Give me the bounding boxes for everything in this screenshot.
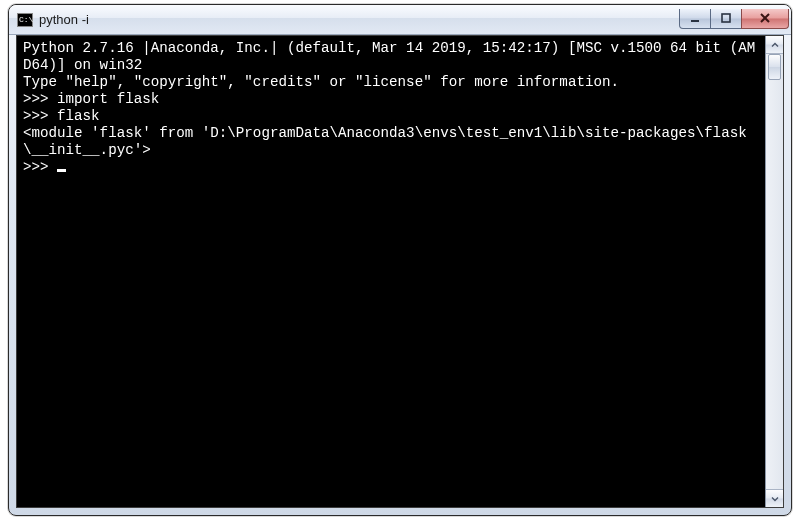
terminal-line: Type "help", "copyright", "credits" or "…: [23, 74, 619, 90]
vertical-scrollbar[interactable]: [765, 36, 783, 507]
scroll-up-button[interactable]: [766, 36, 783, 54]
terminal-output[interactable]: Python 2.7.16 |Anaconda, Inc.| (default,…: [17, 36, 765, 507]
svg-rect-0: [691, 20, 699, 22]
console-window: C:\ python -i Python 2.7.16 |Anaconda, I…: [8, 4, 792, 516]
chevron-up-icon: [771, 41, 779, 49]
cursor: [57, 169, 66, 172]
scroll-track[interactable]: [766, 54, 783, 489]
terminal-line: >>> import flask: [23, 91, 159, 107]
window-title: python -i: [39, 12, 680, 27]
minimize-button[interactable]: [679, 9, 711, 29]
client-area: Python 2.7.16 |Anaconda, Inc.| (default,…: [16, 35, 784, 508]
chevron-down-icon: [771, 495, 779, 503]
maximize-button[interactable]: [710, 9, 742, 29]
titlebar[interactable]: C:\ python -i: [9, 5, 791, 35]
scroll-down-button[interactable]: [766, 489, 783, 507]
terminal-line: >>> flask: [23, 108, 100, 124]
window-controls: [680, 9, 789, 29]
terminal-prompt: >>>: [23, 159, 57, 175]
cmd-icon: C:\: [17, 13, 33, 27]
terminal-line: <module 'flask' from 'D:\ProgramData\Ana…: [23, 125, 747, 158]
terminal-line: Python 2.7.16 |Anaconda, Inc.| (default,…: [23, 40, 755, 73]
svg-rect-1: [722, 14, 730, 22]
scroll-thumb[interactable]: [768, 54, 781, 80]
close-button[interactable]: [741, 9, 789, 29]
